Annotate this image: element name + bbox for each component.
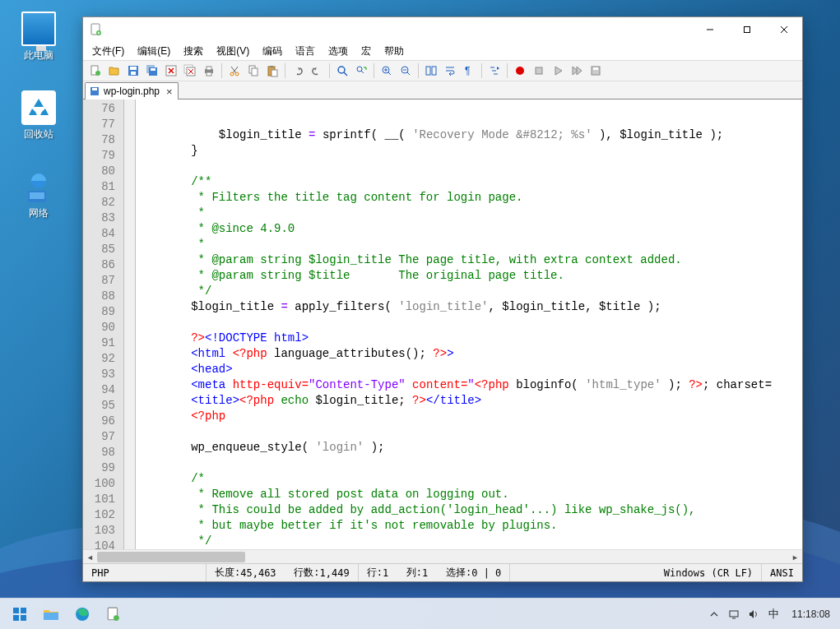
app-icon: [90, 23, 103, 36]
menu-item-7[interactable]: 宏: [355, 43, 377, 60]
tray-ime[interactable]: 中: [767, 608, 780, 621]
show-all-chars-button[interactable]: ¶: [460, 62, 478, 80]
menu-item-2[interactable]: 搜索: [178, 43, 209, 60]
line-number: 78: [83, 132, 123, 148]
svg-rect-27: [207, 72, 211, 76]
notepadpp-window: 文件(F)编辑(E)搜索视图(V)编码语言选项宏帮助 ¶: [82, 16, 803, 582]
taskbar-clock[interactable]: 11:18:08: [787, 608, 835, 620]
code-line[interactable]: /**: [136, 174, 802, 190]
find-button[interactable]: [333, 62, 351, 80]
zoom-out-button[interactable]: [397, 62, 415, 80]
separator: [285, 63, 285, 78]
svg-rect-58: [593, 67, 598, 70]
code-area[interactable]: $login_title = sprintf( __( 'Recovery Mo…: [136, 99, 802, 549]
code-line[interactable]: * Filters the title tag content for logi…: [136, 190, 802, 206]
menu-item-5[interactable]: 语言: [290, 43, 321, 60]
horizontal-scrollbar[interactable]: ◄ ►: [83, 549, 802, 563]
window-controls: [691, 17, 802, 42]
minimize-button[interactable]: [691, 17, 728, 42]
code-line[interactable]: [136, 315, 802, 331]
code-line[interactable]: *: [136, 206, 802, 221]
desktop-icon-recycle-bin[interactable]: 回收站: [10, 90, 67, 141]
tray-volume-icon[interactable]: [747, 608, 760, 621]
code-line[interactable]: * This could be added by add_action('log…: [136, 502, 802, 518]
code-line[interactable]: * @param string $login_title The page ti…: [136, 252, 802, 268]
taskbar-explorer[interactable]: [36, 601, 66, 627]
line-number: 87: [83, 273, 123, 289]
line-number: 76: [83, 101, 123, 117]
menu-item-3[interactable]: 视图(V): [211, 43, 255, 60]
new-file-button[interactable]: [86, 62, 104, 80]
code-line[interactable]: ?><!DOCTYPE html>: [136, 331, 802, 346]
macro-stop-button[interactable]: [530, 62, 548, 80]
taskbar-edge[interactable]: [67, 601, 97, 627]
print-button[interactable]: [200, 62, 218, 80]
undo-button[interactable]: [289, 62, 307, 80]
tab-close-icon[interactable]: ×: [166, 86, 173, 97]
sync-vscroll-button[interactable]: [422, 62, 440, 80]
copy-button[interactable]: [244, 62, 262, 80]
code-line[interactable]: * @since 4.9.0: [136, 221, 802, 237]
scroll-right-arrow[interactable]: ►: [788, 550, 802, 564]
desktop-icon-network[interactable]: 网络: [10, 169, 67, 220]
menu-item-1[interactable]: 编辑(E): [132, 43, 176, 60]
indent-guide-button[interactable]: [485, 62, 504, 80]
code-line[interactable]: <title><?php echo $login_title; ?></titl…: [136, 393, 802, 409]
code-line[interactable]: <head>: [136, 362, 802, 377]
code-line[interactable]: * but maybe better if it's not removable…: [136, 518, 802, 534]
code-line[interactable]: <?php: [136, 409, 802, 424]
save-all-button[interactable]: [143, 62, 161, 80]
close-button[interactable]: [765, 17, 802, 42]
titlebar[interactable]: [83, 17, 802, 42]
cut-button[interactable]: [225, 62, 244, 80]
menu-item-8[interactable]: 帮助: [378, 43, 410, 60]
code-line[interactable]: * @param string $title The original page…: [136, 268, 802, 284]
scroll-left-arrow[interactable]: ◄: [83, 550, 97, 564]
code-line[interactable]: [136, 456, 802, 471]
code-line[interactable]: $login_title = sprintf( __( 'Recovery Mo…: [136, 127, 802, 143]
separator: [481, 63, 482, 78]
editor[interactable]: 7677787980818283848586878889909192939495…: [83, 99, 802, 549]
macro-record-button[interactable]: [511, 62, 529, 80]
close-all-button[interactable]: [181, 62, 199, 80]
code-line[interactable]: /*: [136, 471, 802, 487]
macro-play-button[interactable]: [549, 62, 567, 80]
zoom-in-button[interactable]: [378, 62, 396, 80]
tray-network-icon[interactable]: [727, 608, 740, 621]
status-encoding: ANSI: [762, 564, 802, 581]
code-line[interactable]: */: [136, 534, 802, 549]
code-line[interactable]: */: [136, 284, 802, 299]
tray-chevron-icon[interactable]: [708, 608, 721, 621]
code-line[interactable]: [136, 424, 802, 440]
code-line[interactable]: *: [136, 237, 802, 252]
status-language: PHP: [83, 564, 207, 581]
taskbar-notepadpp[interactable]: [99, 601, 128, 627]
svg-line-42: [388, 72, 391, 75]
code-line[interactable]: <meta http-equiv="Content-Type" content=…: [136, 377, 802, 393]
svg-rect-14: [131, 72, 136, 75]
desktop-icon-this-pc[interactable]: 此电脑: [10, 12, 67, 62]
menu-item-4[interactable]: 编码: [257, 43, 288, 60]
menubar: 文件(F)编辑(E)搜索视图(V)编码语言选项宏帮助: [83, 42, 802, 60]
code-line[interactable]: * Remove all stored post data on logging…: [136, 487, 802, 502]
tab-wp-login[interactable]: wp-login.php ×: [85, 82, 179, 99]
maximize-button[interactable]: [728, 17, 765, 42]
wordwrap-button[interactable]: [441, 62, 459, 80]
code-line[interactable]: <html <?php language_attributes(); ?>>: [136, 346, 802, 362]
menu-item-6[interactable]: 选项: [323, 43, 354, 60]
code-line[interactable]: $login_title = apply_filters( 'login_tit…: [136, 299, 802, 315]
macro-play-multi-button[interactable]: [568, 62, 586, 80]
replace-button[interactable]: [352, 62, 370, 80]
close-file-button[interactable]: [162, 62, 180, 80]
paste-button[interactable]: [263, 62, 281, 80]
redo-button[interactable]: [308, 62, 326, 80]
code-line[interactable]: wp_enqueue_style( 'login' );: [136, 440, 802, 456]
menu-item-0[interactable]: 文件(F): [86, 43, 130, 60]
open-file-button[interactable]: [105, 62, 123, 80]
macro-save-button[interactable]: [587, 62, 605, 80]
save-button[interactable]: [124, 62, 142, 80]
start-button[interactable]: [5, 601, 35, 627]
scroll-thumb[interactable]: [97, 552, 245, 562]
code-line[interactable]: }: [136, 143, 802, 159]
code-line[interactable]: [136, 159, 802, 174]
